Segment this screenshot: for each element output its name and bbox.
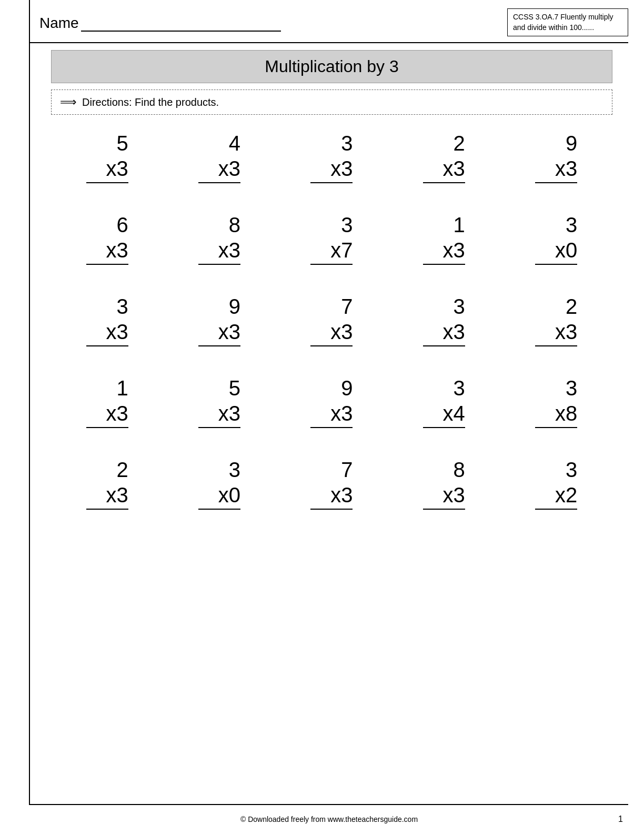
problem-bottom: x3 [310,401,353,428]
problem-bottom: x0 [198,482,240,510]
problem-top: 3 [310,212,353,237]
problem-2-2: 8x3 [177,212,261,265]
problem-bottom: x3 [86,237,128,265]
problem-top: 6 [86,212,128,237]
problem-top: 3 [535,212,577,237]
footer-text: © Downloaded freely from www.theteachers… [240,815,418,823]
problem-bottom: x2 [535,482,577,510]
problem-bottom: x3 [198,237,240,265]
problem-3-2: 9x3 [177,294,261,346]
problem-1-1: 5x3 [65,131,149,183]
problem-1-5: 9x3 [514,131,598,183]
standards-text: CCSS 3.OA.7 Fluently multiply and divide… [513,13,613,32]
problem-bottom: x7 [310,237,353,265]
arrow-icon: ⟹ [60,95,77,109]
problem-bottom: x3 [86,482,128,510]
name-label: Name [39,15,79,31]
problems-section: 5x34x33x32x39x36x38x33x71x33x03x39x37x33… [51,131,612,539]
problem-top: 3 [310,131,353,156]
problem-top: 3 [423,375,465,401]
problem-bottom: x8 [535,401,577,428]
problem-top: 3 [535,375,577,401]
problem-bottom: x3 [423,156,465,183]
problem-4-4: 3x4 [402,375,486,428]
problem-top: 3 [423,294,465,319]
problem-5-1: 2x3 [65,457,149,510]
problem-top: 9 [535,131,577,156]
problem-top: 9 [198,294,240,319]
problem-top: 8 [423,457,465,482]
problem-3-5: 2x3 [514,294,598,346]
footer: © Downloaded freely from www.theteachers… [30,815,628,823]
problem-2-3: 3x7 [289,212,374,265]
problem-top: 3 [198,457,240,482]
problem-bottom: x3 [86,319,128,346]
problem-bottom: x3 [310,319,353,346]
problem-top: 1 [423,212,465,237]
problem-top: 9 [310,375,353,401]
problem-top: 1 [86,375,128,401]
problem-5-2: 3x0 [177,457,261,510]
problem-1-2: 4x3 [177,131,261,183]
worksheet-page: CCSS 3.OA.7 Fluently multiply and divide… [0,0,644,834]
problem-top: 2 [423,131,465,156]
main-content: Multiplication by 3 ⟹ Directions: Find t… [30,42,628,549]
problems-row-1: 5x34x33x32x39x3 [51,131,612,183]
problem-5-4: 8x3 [402,457,486,510]
problem-3-4: 3x3 [402,294,486,346]
name-area: Name [39,15,281,32]
problem-top: 3 [535,457,577,482]
problem-bottom: x3 [423,319,465,346]
worksheet-title: Multiplication by 3 [51,50,612,83]
problems-row-2: 6x38x33x71x33x0 [51,212,612,265]
problem-top: 7 [310,457,353,482]
directions-text: Directions: Find the products. [82,96,219,108]
directions-box: ⟹ Directions: Find the products. [51,90,612,115]
problem-bottom: x3 [310,482,353,510]
problem-1-4: 2x3 [402,131,486,183]
page-number: 1 [618,815,623,824]
problem-4-1: 1x3 [65,375,149,428]
problem-bottom: x3 [86,156,128,183]
bottom-border [29,804,628,805]
problem-bottom: x3 [198,156,240,183]
standards-box: CCSS 3.OA.7 Fluently multiply and divide… [507,8,628,36]
problem-bottom: x3 [86,401,128,428]
problem-bottom: x3 [423,482,465,510]
name-line[interactable] [81,19,281,32]
problem-3-1: 3x3 [65,294,149,346]
problem-bottom: x3 [198,319,240,346]
problems-row-5: 2x33x07x38x33x2 [51,457,612,510]
problem-4-2: 5x3 [177,375,261,428]
problem-top: 5 [198,375,240,401]
problem-top: 7 [310,294,353,319]
problem-bottom: x3 [423,237,465,265]
problem-top: 3 [86,294,128,319]
problem-2-4: 1x3 [402,212,486,265]
problem-5-5: 3x2 [514,457,598,510]
problem-1-3: 3x3 [289,131,374,183]
problem-top: 4 [198,131,240,156]
problem-bottom: x0 [535,237,577,265]
problem-bottom: x3 [310,156,353,183]
problem-4-3: 9x3 [289,375,374,428]
problem-4-5: 3x8 [514,375,598,428]
problems-row-3: 3x39x37x33x32x3 [51,294,612,346]
problem-top: 2 [535,294,577,319]
problem-bottom: x3 [198,401,240,428]
problem-2-1: 6x3 [65,212,149,265]
problem-bottom: x4 [423,401,465,428]
problem-bottom: x3 [535,156,577,183]
problem-top: 2 [86,457,128,482]
problem-3-3: 7x3 [289,294,374,346]
problem-5-3: 7x3 [289,457,374,510]
problems-row-4: 1x35x39x33x43x8 [51,375,612,428]
problem-top: 8 [198,212,240,237]
problem-top: 5 [86,131,128,156]
problem-bottom: x3 [535,319,577,346]
problem-2-5: 3x0 [514,212,598,265]
